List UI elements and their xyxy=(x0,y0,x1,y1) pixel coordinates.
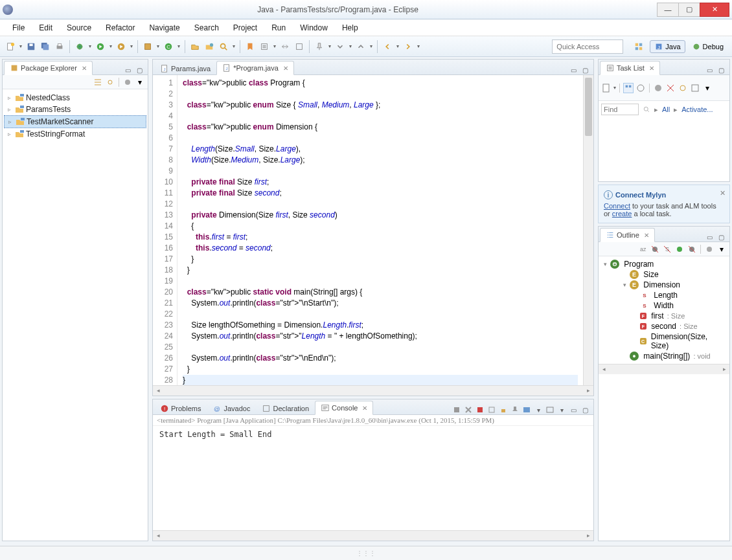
outline-item[interactable]: S Length xyxy=(601,290,727,300)
outline-item[interactable]: ▾Θ Program xyxy=(601,259,727,269)
show-whitespace-button[interactable] xyxy=(279,40,292,53)
outline-item[interactable]: F first : Size xyxy=(601,311,727,321)
back-button[interactable] xyxy=(381,40,394,53)
categorized-button[interactable] xyxy=(623,83,634,93)
debug-button[interactable] xyxy=(73,40,86,53)
minimize-view-icon[interactable]: ▭ xyxy=(705,65,714,74)
close-icon[interactable]: ✕ xyxy=(362,405,367,412)
maximize-view-icon[interactable]: ▢ xyxy=(716,65,726,74)
task-list-tab[interactable]: Task List✕ xyxy=(600,61,660,75)
menu-search[interactable]: Search xyxy=(189,21,225,34)
menu-window[interactable]: Window xyxy=(294,21,334,34)
hide-button[interactable] xyxy=(665,83,676,93)
scroll-lock-button[interactable] xyxy=(499,405,508,414)
outline-item[interactable]: E Size xyxy=(601,269,727,280)
new-package-button[interactable] xyxy=(141,40,154,53)
horizontal-scrollbar[interactable]: ◂▸ xyxy=(153,385,593,396)
perspective-java[interactable]: JJava xyxy=(650,40,685,53)
toggle-block-button[interactable] xyxy=(258,40,271,53)
menu-navigate[interactable]: Navigate xyxy=(143,21,185,34)
tree-item[interactable]: ▹NestedClass xyxy=(4,92,146,104)
horizontal-scrollbar[interactable]: ◂▸ xyxy=(153,530,593,541)
outline-item[interactable]: ● main(String[]) : void xyxy=(601,351,727,361)
save-button[interactable] xyxy=(25,40,38,53)
console-output[interactable]: Start Length = Small End xyxy=(153,426,593,530)
maximize-view-icon[interactable]: ▢ xyxy=(580,65,589,74)
outline-item[interactable]: C Dimension(Size, Size) xyxy=(601,331,727,351)
menu-help[interactable]: Help xyxy=(336,21,364,34)
hide-fields-button[interactable] xyxy=(650,244,660,254)
outline-tab[interactable]: Outline✕ xyxy=(600,228,655,242)
focus-task-button[interactable] xyxy=(122,77,133,87)
next-annotation-button[interactable] xyxy=(334,40,347,53)
menu-project[interactable]: Project xyxy=(227,21,263,34)
mylyn-create-link[interactable]: create xyxy=(612,210,632,218)
terminate-button[interactable] xyxy=(475,405,485,414)
search-button[interactable] xyxy=(217,40,230,53)
menu-source[interactable]: Source xyxy=(61,21,97,34)
run-last-dropdown-icon[interactable]: ▾ xyxy=(129,43,134,49)
minimize-view-icon[interactable]: ▭ xyxy=(123,65,132,74)
task-find-input[interactable] xyxy=(601,104,639,115)
task-presentation-button[interactable] xyxy=(690,83,700,93)
new-button[interactable] xyxy=(4,40,17,53)
problems-tab[interactable]: !Problems xyxy=(154,401,207,415)
console-dropdown-icon[interactable]: ▾ xyxy=(534,405,543,414)
close-icon[interactable]: ✕ xyxy=(644,232,649,239)
outline-item[interactable]: F second : Size xyxy=(601,321,727,331)
back-dropdown-icon[interactable]: ▾ xyxy=(395,43,400,49)
minimize-view-icon[interactable]: ▭ xyxy=(569,405,578,414)
task-all-link[interactable]: All xyxy=(662,106,670,113)
tree-item[interactable]: ▹ParamsTests xyxy=(4,104,146,115)
open-console-dropdown-icon[interactable]: ▾ xyxy=(557,405,566,414)
menu-run[interactable]: Run xyxy=(266,21,292,34)
remove-launch-button[interactable] xyxy=(452,405,461,414)
new-dropdown-icon[interactable]: ▾ xyxy=(18,43,23,49)
outline-item[interactable]: S Width xyxy=(601,300,727,311)
vertical-scrollbar[interactable] xyxy=(583,75,593,385)
minimize-view-icon[interactable]: ▭ xyxy=(569,65,578,74)
search-dropdown-icon[interactable]: ▾ xyxy=(231,43,236,49)
open-task-button[interactable] xyxy=(203,40,216,53)
print-button[interactable] xyxy=(53,40,66,53)
hide-static-button[interactable]: S xyxy=(662,244,672,254)
pin-dropdown-icon[interactable]: ▾ xyxy=(327,43,332,49)
hide-local-button[interactable] xyxy=(687,244,697,254)
run-last-button[interactable] xyxy=(115,40,128,53)
horizontal-scrollbar[interactable]: ◂▸ xyxy=(599,364,729,374)
toggle-mark-button[interactable] xyxy=(244,40,257,53)
open-type-button[interactable] xyxy=(189,40,201,53)
menu-edit[interactable]: Edit xyxy=(33,21,58,34)
collapse-all-button[interactable] xyxy=(93,77,103,87)
editor-tab-program[interactable]: J *Program.java ✕ xyxy=(216,61,294,75)
close-icon[interactable]: ✕ xyxy=(720,189,726,197)
close-icon[interactable]: ✕ xyxy=(649,65,654,72)
prev-dropdown-icon[interactable]: ▾ xyxy=(369,43,374,49)
link-editor-button[interactable] xyxy=(105,77,115,87)
outline-item[interactable]: ▾E Dimension xyxy=(601,280,727,290)
pin-button[interactable] xyxy=(313,40,326,53)
code-area[interactable]: class="kw">public class Program { class=… xyxy=(177,75,583,385)
save-all-button[interactable] xyxy=(39,40,52,53)
sort-button[interactable]: az xyxy=(637,244,648,254)
synchronize-button[interactable] xyxy=(678,83,688,93)
maximize-view-icon[interactable]: ▢ xyxy=(135,65,144,74)
scheduled-button[interactable] xyxy=(635,83,646,93)
declaration-tab[interactable]: Declaration xyxy=(256,401,315,415)
focus-button[interactable] xyxy=(704,244,715,254)
maximize-button[interactable]: ▢ xyxy=(678,3,700,17)
task-activate-link[interactable]: Activate... xyxy=(681,106,713,113)
toggle-block-dropdown-icon[interactable]: ▾ xyxy=(272,43,277,49)
close-button[interactable]: ✕ xyxy=(700,3,729,17)
remove-all-button[interactable] xyxy=(464,405,473,414)
new-class-button[interactable]: C xyxy=(162,40,175,53)
run-dropdown-icon[interactable]: ▾ xyxy=(108,43,113,49)
forward-button[interactable] xyxy=(402,40,415,53)
new-task-button[interactable] xyxy=(601,83,612,93)
view-menu-icon[interactable]: ▾ xyxy=(716,244,727,254)
console-tab[interactable]: Console✕ xyxy=(315,401,373,415)
view-menu-icon[interactable]: ▾ xyxy=(135,77,145,87)
hide-nonpublic-button[interactable] xyxy=(674,244,685,254)
minimize-view-icon[interactable]: ▭ xyxy=(705,232,714,241)
pin-console-button[interactable] xyxy=(510,405,520,414)
